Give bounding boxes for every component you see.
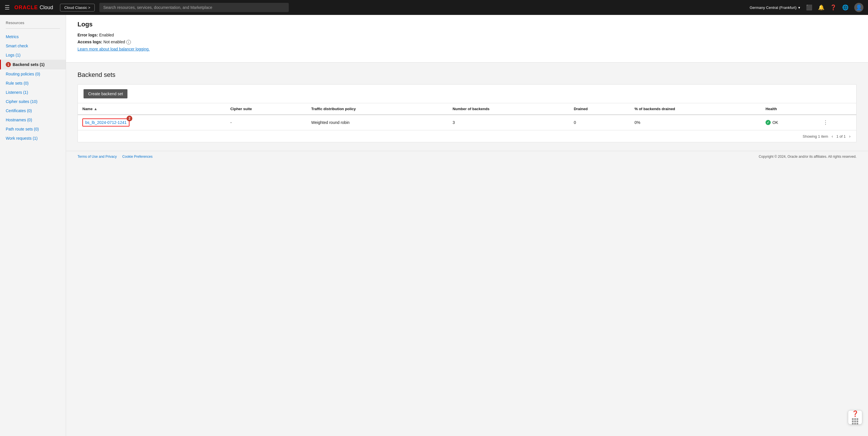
cell-drained: 0 <box>569 115 630 130</box>
cell-pct-drained: 0% <box>630 115 761 130</box>
pagination-next-button[interactable]: › <box>849 134 850 139</box>
access-logs-label: Access logs: <box>78 40 102 44</box>
top-navigation: ☰ ORACLE Cloud Cloud Classic > Germany C… <box>0 0 868 15</box>
user-avatar[interactable]: 👤 <box>854 3 863 12</box>
col-header-health: Health <box>761 103 818 115</box>
backend-sets-table-card: Create backend set Name▲Cipher suiteTraf… <box>78 84 857 142</box>
info-icon[interactable]: i <box>126 40 131 44</box>
sidebar-item-metrics[interactable]: Metrics <box>0 32 66 41</box>
sidebar-item-routing-policies[interactable]: Routing policies (0) <box>0 69 66 78</box>
cell-traffic-distribution: Weighted round robin <box>307 115 448 130</box>
cloud-wordmark: Cloud <box>40 5 53 11</box>
table-body: bs_lb_2024-0712-12412-Weighted round rob… <box>78 115 856 130</box>
sidebar-item-path-route-sets[interactable]: Path route sets (0) <box>0 125 66 134</box>
sidebar-item-work-requests[interactable]: Work requests (1) <box>0 134 66 143</box>
sidebar: Resources MetricsSmart checkLogs (1)1Bac… <box>0 15 66 436</box>
region-label: Germany Central (Frankfurt) <box>750 5 797 10</box>
developer-tools-icon[interactable]: ⬛ <box>806 4 812 11</box>
sort-icon-name: ▲ <box>94 107 97 111</box>
col-header-drained: Drained <box>569 103 630 115</box>
col-header-cipher_suite: Cipher suite <box>226 103 307 115</box>
sidebar-item-certificates[interactable]: Certificates (0) <box>0 106 66 115</box>
help-icon[interactable]: ❓ <box>830 4 836 11</box>
oracle-logo: ORACLE Cloud <box>14 5 53 11</box>
backend-sets-table: Name▲Cipher suiteTraffic distribution po… <box>78 103 856 130</box>
backend-sets-section: Backend sets Create backend set Name▲Cip… <box>66 63 868 151</box>
sidebar-item-backend-sets[interactable]: 1Backend sets (1) <box>0 60 66 69</box>
health-ok-icon <box>766 120 771 125</box>
sidebar-item-label-backend-sets: Backend sets (1) <box>12 62 44 67</box>
backend-sets-title: Backend sets <box>78 71 857 78</box>
help-widget-grid-icon <box>852 418 858 425</box>
logs-title: Logs <box>78 21 857 28</box>
globe-icon[interactable]: 🌐 <box>842 4 848 11</box>
footer-links: Terms of Use and Privacy Cookie Preferen… <box>78 155 157 159</box>
avatar-icon: 👤 <box>856 4 862 11</box>
oracle-wordmark: ORACLE <box>14 5 38 11</box>
col-header-traffic_distribution: Traffic distribution policy <box>307 103 448 115</box>
error-logs-label: Error logs: <box>78 33 98 37</box>
help-widget-icon: ❓ <box>851 410 859 417</box>
col-header-name[interactable]: Name▲ <box>78 103 226 115</box>
access-logs-value: Not enabled <box>103 40 125 44</box>
page-footer: Terms of Use and Privacy Cookie Preferen… <box>66 151 868 162</box>
cookie-preferences-link[interactable]: Cookie Preferences <box>122 155 152 159</box>
health-ok-label: OK <box>772 120 778 125</box>
main-layout: Resources MetricsSmart checkLogs (1)1Bac… <box>0 15 868 436</box>
sidebar-item-logs[interactable]: Logs (1) <box>0 51 66 60</box>
cell-row-actions[interactable]: ⋮ <box>818 115 856 130</box>
cell-name: bs_lb_2024-0712-12412 <box>78 115 226 130</box>
logs-section: Logs Error logs: Enabled Access logs: No… <box>66 15 868 63</box>
main-content: Logs Error logs: Enabled Access logs: No… <box>66 15 868 436</box>
cell-health: OK <box>761 115 818 130</box>
pagination-page-info: 1 of 1 <box>836 134 846 139</box>
help-widget[interactable]: ❓ <box>848 410 862 425</box>
access-logs-row: Access logs: Not enabled i <box>78 40 857 44</box>
health-status: OK <box>766 120 814 125</box>
table-header: Name▲Cipher suiteTraffic distribution po… <box>78 103 856 115</box>
copyright-text: Copyright © 2024, Oracle and/or its affi… <box>758 155 857 159</box>
cloud-classic-button[interactable]: Cloud Classic > <box>60 4 95 11</box>
error-logs-value: Enabled <box>99 33 114 37</box>
backend-set-name-link[interactable]: bs_lb_2024-0712-1241 <box>82 119 129 127</box>
sidebar-item-rule-sets[interactable]: Rule sets (0) <box>0 78 66 88</box>
error-logs-row: Error logs: Enabled <box>78 33 857 37</box>
table-toolbar: Create backend set <box>78 85 856 103</box>
table-footer: Showing 1 item ‹ 1 of 1 › <box>78 130 856 142</box>
region-selector[interactable]: Germany Central (Frankfurt) ▾ <box>750 5 800 10</box>
learn-more-row: Learn more about load balancer logging. <box>78 47 857 52</box>
col-header-num_backends: Number of backends <box>448 103 569 115</box>
learn-more-link[interactable]: Learn more about load balancer logging. <box>78 47 150 52</box>
terms-link[interactable]: Terms of Use and Privacy <box>78 155 117 159</box>
chevron-down-icon: ▾ <box>798 5 800 10</box>
create-backend-set-button[interactable]: Create backend set <box>84 89 127 98</box>
showing-items-text: Showing 1 item <box>803 134 828 139</box>
name-cell-wrapper: bs_lb_2024-0712-12412 <box>82 119 129 127</box>
col-header-pct_drained: % of backends drained <box>630 103 761 115</box>
sidebar-item-cipher-suites[interactable]: Cipher suites (10) <box>0 97 66 106</box>
sidebar-item-smart-check[interactable]: Smart check <box>0 41 66 51</box>
notifications-icon[interactable]: 🔔 <box>818 4 825 11</box>
sidebar-item-listeners[interactable]: Listeners (1) <box>0 88 66 97</box>
table-row: bs_lb_2024-0712-12412-Weighted round rob… <box>78 115 856 130</box>
search-input[interactable] <box>99 3 289 12</box>
hamburger-menu-icon[interactable]: ☰ <box>5 4 10 11</box>
cell-num-backends: 3 <box>448 115 569 130</box>
col-header-actions <box>818 103 856 115</box>
sidebar-divider <box>6 28 60 29</box>
row-more-actions-icon[interactable]: ⋮ <box>823 120 828 125</box>
pagination-prev-button[interactable]: ‹ <box>832 134 833 139</box>
cell-cipher-suite: - <box>226 115 307 130</box>
sidebar-badge-backend-sets: 1 <box>6 62 11 67</box>
sidebar-item-hostnames[interactable]: Hostnames (0) <box>0 115 66 125</box>
nav-right-actions: Germany Central (Frankfurt) ▾ ⬛ 🔔 ❓ 🌐 👤 <box>750 3 863 12</box>
resources-label: Resources <box>0 21 66 28</box>
step-badge: 2 <box>127 115 132 121</box>
